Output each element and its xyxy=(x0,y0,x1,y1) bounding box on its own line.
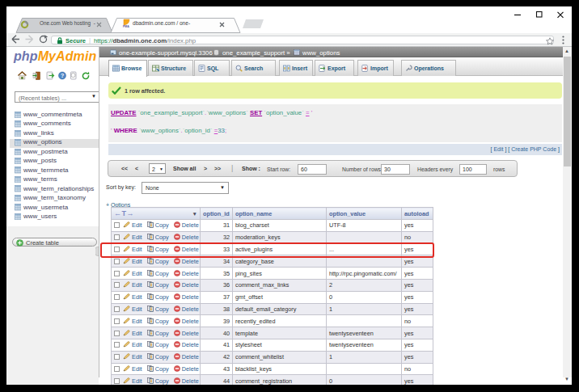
svg-text:PMA: PMA xyxy=(123,25,129,28)
svg-text:?: ? xyxy=(61,73,64,78)
